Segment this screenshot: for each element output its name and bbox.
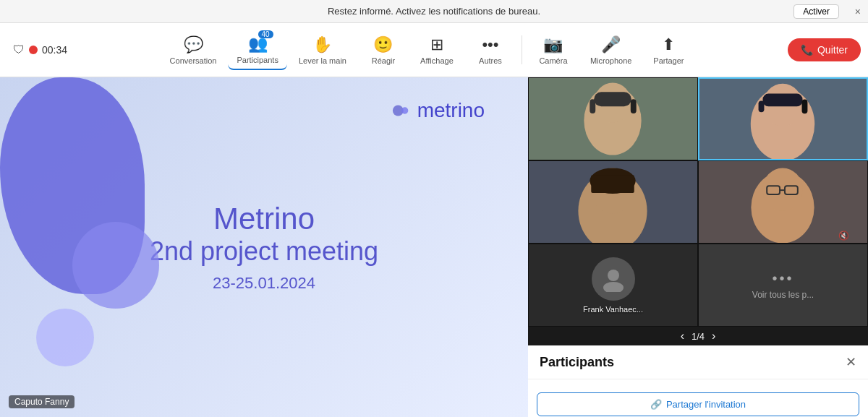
participants-sidebar: Participants ✕ 🔗 Partager l'invitation D… bbox=[528, 345, 868, 417]
toolbar-item-camera[interactable]: 📷 Caméra bbox=[528, 31, 579, 69]
toolbar: 🛡 00:34 💬 Conversation 👥40 Participants … bbox=[0, 23, 868, 77]
affichage-label: Affichage bbox=[420, 56, 454, 65]
toolbar-item-participants[interactable]: 👥40 Participants bbox=[228, 30, 286, 70]
conversation-icon: 💬 bbox=[184, 35, 203, 54]
participants-icon: 👥40 bbox=[248, 35, 268, 53]
metrino-logo-text: metrino bbox=[417, 99, 485, 122]
frank-avatar bbox=[592, 257, 635, 301]
svg-rect-11 bbox=[762, 94, 802, 107]
pagination-bar: ‹ 1/4 › bbox=[528, 327, 868, 345]
video-grid: 🔇 Frank Vanhaec... ••• V bbox=[528, 77, 868, 327]
toolbar-item-affichage[interactable]: ⊞ Affichage bbox=[412, 31, 462, 69]
partager-label: Partager bbox=[653, 56, 684, 65]
participants-label: Participants bbox=[237, 56, 278, 64]
toolbar-center: 💬 Conversation 👥40 Participants ✋ Lever … bbox=[67, 30, 788, 70]
toolbar-item-conversation[interactable]: 💬 Conversation bbox=[161, 31, 226, 69]
toolbar-item-partager[interactable]: ⬆ Partager bbox=[643, 31, 694, 69]
partager-icon: ⬆ bbox=[662, 35, 675, 54]
video-cell-see-all[interactable]: ••• Voir tous les p... bbox=[698, 244, 868, 327]
presentation-text: Metrino 2nd project meeting 23-25.01.202… bbox=[150, 202, 378, 293]
video-feed-2 bbox=[699, 79, 867, 159]
shield-icon: 🛡 bbox=[13, 43, 25, 56]
reagir-label: Réagir bbox=[372, 56, 395, 65]
toolbar-left: 🛡 00:34 bbox=[7, 43, 67, 56]
notification-bar: Restez informé. Activez les notification… bbox=[0, 0, 868, 23]
see-all-label: Voir tous les p... bbox=[752, 290, 814, 300]
svg-rect-7 bbox=[631, 99, 637, 113]
blob3 bbox=[36, 309, 94, 366]
sidebar-share-area: 🔗 Partager l'invitation bbox=[528, 379, 868, 417]
toolbar-item-microphone[interactable]: 🎤 Microphone bbox=[582, 31, 640, 69]
video-feed-3 bbox=[529, 161, 697, 243]
svg-rect-6 bbox=[590, 99, 595, 113]
share-icon: 🔗 bbox=[650, 399, 662, 410]
svg-point-1 bbox=[401, 107, 408, 113]
metrino-logo-icon bbox=[391, 100, 412, 121]
camera-label: Caméra bbox=[539, 56, 567, 65]
activate-button[interactable]: Activer bbox=[793, 4, 839, 19]
right-panel: 🔇 Frank Vanhaec... ••• V bbox=[528, 77, 868, 417]
video-feed-1 bbox=[529, 78, 697, 160]
toolbar-item-reagir[interactable]: 🙂 Réagir bbox=[358, 31, 409, 69]
timer: 00:34 bbox=[42, 44, 67, 56]
recording-dot bbox=[29, 46, 38, 54]
notification-text: Restez informé. Activez les notification… bbox=[328, 6, 540, 17]
quit-phone-icon: 📞 bbox=[801, 44, 813, 56]
presentation-title3: 23-25.01.2024 bbox=[150, 274, 378, 293]
lever-main-icon: ✋ bbox=[312, 35, 332, 54]
pagination-next[interactable]: › bbox=[712, 330, 715, 343]
camera-icon: 📷 bbox=[543, 35, 563, 54]
autres-label: Autres bbox=[479, 56, 502, 65]
blob2 bbox=[72, 222, 159, 309]
svg-text:🔇: 🔇 bbox=[838, 230, 849, 241]
video-cell-4: 🔇 bbox=[698, 160, 868, 244]
svg-point-27 bbox=[603, 282, 624, 292]
see-all-dots: ••• bbox=[772, 270, 793, 287]
video-cell-1 bbox=[528, 77, 698, 160]
person-silhouette bbox=[600, 266, 626, 292]
presentation-area: metrino Metrino 2nd project meeting 23-2… bbox=[0, 77, 528, 417]
share-invite-label: Partager l'invitation bbox=[666, 399, 746, 410]
frank-name: Frank Vanhaec... bbox=[583, 305, 643, 314]
presentation-title1: Metrino bbox=[150, 202, 378, 236]
notification-close[interactable]: × bbox=[855, 6, 861, 17]
separator bbox=[522, 35, 522, 64]
svg-rect-5 bbox=[594, 92, 631, 106]
svg-point-21 bbox=[762, 168, 803, 210]
toolbar-right: 📞 Quitter bbox=[788, 38, 861, 61]
microphone-label: Microphone bbox=[590, 56, 631, 65]
presentation-content: metrino Metrino 2nd project meeting 23-2… bbox=[0, 77, 528, 417]
toolbar-item-lever-main[interactable]: ✋ Lever la main bbox=[290, 31, 355, 69]
conversation-label: Conversation bbox=[170, 56, 217, 65]
metrino-logo: metrino bbox=[391, 99, 485, 122]
quit-button[interactable]: 📞 Quitter bbox=[788, 38, 861, 61]
lever-main-label: Lever la main bbox=[299, 56, 346, 65]
sidebar-header: Participants ✕ bbox=[528, 345, 868, 379]
svg-rect-12 bbox=[759, 100, 765, 112]
reagir-icon: 🙂 bbox=[373, 35, 393, 54]
video-cell-2 bbox=[698, 77, 868, 160]
pagination-info: 1/4 bbox=[692, 331, 705, 342]
affichage-icon: ⊞ bbox=[430, 35, 443, 54]
share-invite-button[interactable]: 🔗 Partager l'invitation bbox=[537, 392, 859, 416]
quit-label: Quitter bbox=[817, 44, 848, 56]
svg-rect-13 bbox=[802, 99, 808, 113]
microphone-icon: 🎤 bbox=[601, 35, 621, 54]
pagination-prev[interactable]: ‹ bbox=[681, 330, 684, 343]
video-cell-frank: Frank Vanhaec... bbox=[528, 244, 698, 327]
close-panel-icon[interactable]: ✕ bbox=[846, 354, 856, 370]
main-area: metrino Metrino 2nd project meeting 23-2… bbox=[0, 77, 868, 417]
video-feed-4: 🔇 bbox=[699, 161, 867, 243]
svg-point-26 bbox=[608, 270, 619, 281]
participants-badge: 40 bbox=[258, 30, 273, 38]
recording-indicator: 🛡 00:34 bbox=[13, 43, 67, 56]
presenter-name-label: Caputo Fanny bbox=[9, 395, 75, 408]
sidebar-title: Participants bbox=[540, 355, 614, 370]
toolbar-item-autres[interactable]: ••• Autres bbox=[465, 31, 516, 69]
autres-icon: ••• bbox=[482, 35, 498, 54]
video-cell-3 bbox=[528, 160, 698, 244]
svg-rect-18 bbox=[591, 175, 634, 193]
presentation-title2: 2nd project meeting bbox=[150, 236, 378, 267]
